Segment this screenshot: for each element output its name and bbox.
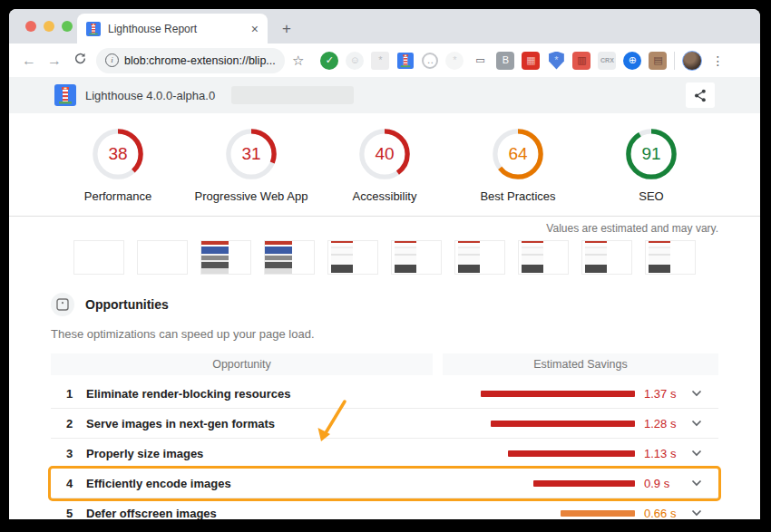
report-header: Lighthouse 4.0.0-alpha.0 [9, 77, 760, 113]
notebook-extension-icon[interactable]: ▤ [649, 52, 667, 70]
opportunities-icon [51, 293, 74, 316]
laptop-extension-icon[interactable]: ▭ [471, 52, 489, 70]
tab-lighthouse-report[interactable]: Lighthouse Report × [77, 14, 268, 44]
page-info-icon[interactable]: i [105, 53, 119, 67]
zoom-window-button[interactable] [62, 21, 73, 32]
dots-ring-extension-icon[interactable]: ‥ [422, 53, 438, 69]
tab-close-icon[interactable]: × [251, 23, 259, 35]
savings-bar [481, 510, 635, 517]
score-gauges-row: 38 Performance 31 Progressive Web App 40… [9, 128, 760, 203]
opportunity-label: Properly size images [86, 447, 481, 460]
bookmark-star-icon[interactable]: ☆ [292, 53, 304, 69]
opportunities-heading: Opportunities [85, 297, 169, 312]
score-label: Performance [84, 189, 151, 203]
page-thumbnail [395, 241, 416, 274]
gauge-ring: 64 [492, 128, 544, 180]
redacted-url-box [231, 86, 354, 104]
tab-title: Lighthouse Report [108, 23, 251, 35]
score-label: Best Practices [480, 189, 555, 203]
opportunity-row[interactable]: 3 Properly size images 1.13 s [51, 439, 718, 469]
opportunities-section: Opportunities These optimizations can sp… [9, 293, 760, 519]
gauge-ring: 38 [92, 128, 144, 180]
estimate-note: Values are estimated and may vary. [9, 217, 760, 235]
score-gauge[interactable]: 38 Performance [52, 128, 185, 203]
share-icon [694, 89, 707, 102]
reload-icon [73, 52, 87, 65]
minimize-window-button[interactable] [44, 21, 54, 32]
score-label: Progressive Web App [195, 189, 308, 203]
score-gauge[interactable]: 64 Best Practices [452, 128, 585, 203]
filmstrip-frame [391, 240, 442, 275]
back-button[interactable]: ← [18, 53, 40, 69]
score-value: 91 [625, 128, 678, 180]
score-label: Accessibility [353, 189, 417, 203]
inactive-extension-icon[interactable]: * [371, 52, 389, 70]
chevron-down-icon[interactable] [691, 479, 702, 487]
opportunity-row[interactable]: 5 Defer offscreen images 0.66 s [51, 498, 718, 519]
filmstrip-frame [581, 240, 632, 275]
savings-value: 1.28 s [635, 417, 686, 430]
chevron-down-icon[interactable] [691, 450, 702, 457]
close-window-button[interactable] [25, 21, 36, 32]
score-value: 31 [225, 128, 278, 180]
filmstrip-frame [264, 240, 315, 275]
new-tab-button[interactable]: + [282, 20, 291, 38]
savings-bar [481, 391, 635, 397]
page-thumbnail [522, 241, 543, 274]
forward-button[interactable]: → [44, 53, 65, 69]
opportunity-row[interactable]: 2 Serve images in next-gen formats 1.28 … [51, 409, 718, 439]
shield-extension-icon[interactable]: * [547, 52, 565, 70]
score-gauge[interactable]: 31 Progressive Web App [185, 128, 318, 203]
globe-extension-icon[interactable]: ⊕ [623, 52, 641, 70]
checker-green-extension-icon[interactable]: ✓ [320, 52, 338, 70]
flower-faded-extension-icon[interactable]: * [445, 52, 464, 70]
savings-bar [481, 480, 635, 487]
score-value: 38 [92, 128, 144, 180]
abacus-extension-icon[interactable]: ▥ [572, 52, 590, 70]
lighthouse-favicon [86, 22, 101, 36]
page-thumbnail [265, 241, 292, 274]
page-thumbnail [585, 241, 607, 274]
lighthouse-extension-icon[interactable] [396, 52, 415, 70]
gauge-ring: 40 [358, 128, 411, 180]
share-button[interactable] [686, 82, 715, 108]
browser-menu-icon[interactable]: ⋮ [711, 53, 724, 68]
chevron-down-icon[interactable] [691, 420, 702, 427]
chevron-down-icon[interactable] [691, 390, 702, 397]
opportunities-description: These optimizations can speed up your pa… [51, 327, 718, 341]
extensions-row: ✓☺* ‥*▭B▦*▥CRX⊕▤ [320, 52, 667, 70]
gauge-ring: 31 [225, 128, 278, 180]
savings-value: 1.13 s [635, 447, 686, 460]
browser-toolbar: ← → i blob:chrome-extension://blip... ☆ … [9, 44, 760, 77]
chevron-down-icon[interactable] [691, 509, 702, 517]
opportunities-table-header: Opportunity Estimated Savings [51, 353, 718, 375]
reload-button[interactable] [69, 52, 91, 69]
row-number: 4 [66, 477, 86, 490]
opportunities-table-body: 1 Eliminate render-blocking resources 1.… [51, 379, 718, 519]
score-gauge[interactable]: 91 SEO [585, 128, 718, 203]
opportunity-label: Serve images in next-gen formats [86, 417, 481, 430]
crx-extension-icon[interactable]: CRX [598, 52, 616, 70]
opportunity-label: Efficiently encode images [86, 477, 481, 490]
filmstrip-frame [73, 240, 124, 275]
row-number: 1 [66, 387, 86, 401]
address-bar[interactable]: i blob:chrome-extension://blip... [96, 48, 285, 73]
savings-bar [481, 450, 635, 457]
savings-value: 1.37 s [635, 387, 686, 401]
opportunity-label: Eliminate render-blocking resources [86, 387, 481, 401]
page-thumbnail [201, 241, 229, 274]
letter-b-extension-icon[interactable]: B [496, 52, 514, 70]
page-thumbnail [649, 241, 670, 274]
lighthouse-logo-icon [54, 84, 76, 106]
page-thumbnail [458, 241, 480, 274]
ghost-extension-icon[interactable]: ☺ [346, 52, 364, 70]
load-filmstrip [9, 240, 760, 275]
red-grid-extension-icon[interactable]: ▦ [522, 52, 540, 70]
row-number: 2 [66, 417, 86, 430]
opportunity-row[interactable]: 4 Efficiently encode images 0.9 s [51, 469, 718, 498]
score-value: 64 [492, 128, 544, 180]
profile-avatar[interactable] [682, 51, 702, 71]
opportunity-row[interactable]: 1 Eliminate render-blocking resources 1.… [51, 379, 718, 409]
opportunity-label: Defer offscreen images [86, 507, 481, 520]
score-gauge[interactable]: 40 Accessibility [318, 128, 452, 203]
